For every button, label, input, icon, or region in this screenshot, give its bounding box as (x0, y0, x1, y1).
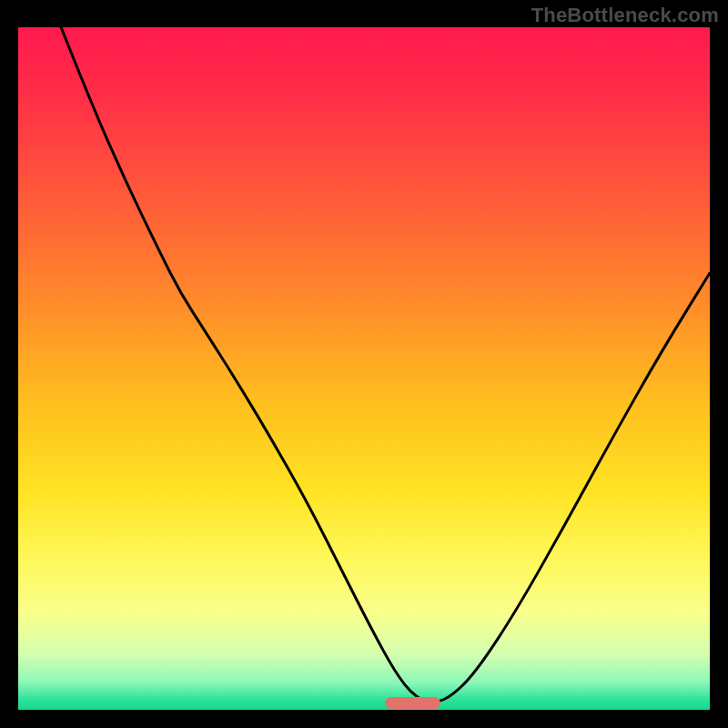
watermark-text: TheBottleneck.com (531, 4, 719, 27)
app-frame: TheBottleneck.com (0, 0, 728, 728)
bottleneck-chart (18, 27, 710, 710)
chart-svg (18, 27, 710, 710)
optimal-marker (385, 697, 440, 710)
chart-background (18, 27, 710, 710)
